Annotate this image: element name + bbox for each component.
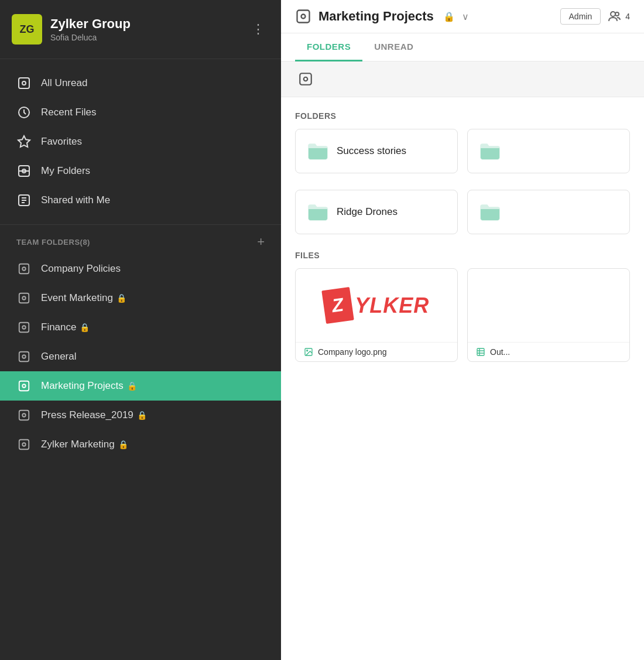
sidebar-item-recent-files[interactable]: Recent Files <box>0 98 281 127</box>
lock-icon: 🔒 <box>80 323 90 332</box>
zylker-marketing-label: Zylker Marketing <box>41 439 115 450</box>
file-preview-2 <box>468 269 629 342</box>
svg-point-13 <box>22 326 26 329</box>
folder-icon <box>16 349 32 364</box>
page-title: Marketing Projects <box>318 9 434 24</box>
content-area: FOLDERS Success stories <box>281 97 644 660</box>
svg-rect-30 <box>477 348 484 355</box>
sidebar-item-shared-with-me[interactable]: Shared with Me <box>0 186 281 215</box>
svg-rect-26 <box>300 73 311 85</box>
add-team-folder-button[interactable]: + <box>257 235 265 248</box>
org-user: Sofia Deluca <box>50 33 247 42</box>
z-box: Z <box>321 287 354 324</box>
all-unread-icon <box>16 76 32 91</box>
svg-point-29 <box>307 350 308 351</box>
files-grid: Z YLKER Company logo.png <box>295 268 630 362</box>
admin-button[interactable]: Admin <box>560 8 601 25</box>
spreadsheet-icon <box>476 347 485 357</box>
event-marketing-label: Event Marketing <box>41 292 113 304</box>
folder-icon-active <box>16 378 32 394</box>
svg-point-17 <box>22 384 26 388</box>
folder-success-stories[interactable]: Success stories <box>295 129 458 173</box>
sidebar-item-company-policies[interactable]: Company Policies <box>0 254 281 283</box>
sidebar-item-event-marketing[interactable]: Event Marketing 🔒 <box>0 283 281 313</box>
svg-point-19 <box>22 413 26 417</box>
file-caption-2: Out... <box>468 342 629 361</box>
finance-label: Finance <box>41 322 76 333</box>
svg-rect-14 <box>19 352 29 362</box>
svg-point-27 <box>304 77 308 81</box>
team-folders-header: TEAM FOLDERS(8) + <box>0 225 281 254</box>
svg-point-1 <box>22 81 26 85</box>
folder-4[interactable] <box>467 190 630 234</box>
folder-2[interactable] <box>467 129 630 173</box>
svg-point-11 <box>22 296 26 300</box>
tab-unread[interactable]: UNREAD <box>362 33 425 61</box>
svg-rect-16 <box>19 381 29 391</box>
general-label: General <box>41 351 76 363</box>
svg-rect-8 <box>19 264 29 274</box>
toolbar-folder-icon[interactable] <box>295 69 316 90</box>
file-preview: Z YLKER <box>296 269 457 342</box>
lock-icon: 🔒 <box>117 293 126 303</box>
sidebar-header: ZG Zylker Group Sofia Deluca ⋮ <box>0 0 281 59</box>
tab-folders[interactable]: FOLDERS <box>295 33 362 61</box>
main-content: Marketing Projects 🔒 ∨ Admin 4 FOLDERS U… <box>281 0 644 660</box>
svg-marker-3 <box>18 136 30 147</box>
shared-icon <box>16 193 32 208</box>
sidebar: ZG Zylker Group Sofia Deluca ⋮ All Unrea… <box>0 0 281 660</box>
org-name: Zylker Group <box>50 16 247 32</box>
tabs: FOLDERS UNREAD <box>281 33 644 61</box>
ridge-drones-label: Ridge Drones <box>337 206 398 218</box>
folder-icon <box>16 320 32 335</box>
image-file-icon <box>304 347 313 357</box>
folder-icon <box>16 408 32 423</box>
toolbar <box>281 61 644 97</box>
nav-section: All Unread Recent Files Favorites <box>0 59 281 225</box>
sidebar-item-general[interactable]: General <box>0 342 281 371</box>
file-caption: Company logo.png <box>296 342 457 361</box>
sidebar-item-all-unread[interactable]: All Unread <box>0 69 281 98</box>
folder-icon <box>16 261 32 276</box>
folder-name: Success stories <box>337 145 406 157</box>
folder-icon <box>479 203 501 221</box>
folder-icon <box>16 437 32 452</box>
org-info: Zylker Group Sofia Deluca <box>50 16 247 42</box>
svg-point-9 <box>22 267 26 271</box>
members-badge: 4 <box>608 9 630 23</box>
favorites-icon <box>16 134 32 149</box>
file-name-2: Out... <box>490 347 510 357</box>
sidebar-item-my-folders[interactable]: My Folders <box>0 156 281 186</box>
team-folders-list: Company Policies Event Marketing 🔒 Finan… <box>0 254 281 459</box>
svg-rect-18 <box>19 411 29 420</box>
sidebar-item-press-release[interactable]: Press Release_2019 🔒 <box>0 401 281 430</box>
company-policies-label: Company Policies <box>41 263 121 275</box>
svg-point-21 <box>22 443 26 446</box>
more-options-button[interactable]: ⋮ <box>247 19 269 39</box>
sidebar-item-favorites[interactable]: Favorites <box>0 127 281 156</box>
all-unread-label: All Unread <box>41 77 87 89</box>
lock-icon: 🔒 <box>137 411 147 420</box>
header-lock-icon: 🔒 <box>443 11 455 22</box>
svg-rect-10 <box>19 293 29 303</box>
sidebar-item-zylker-marketing[interactable]: Zylker Marketing 🔒 <box>0 430 281 459</box>
file-company-logo[interactable]: Z YLKER Company logo.png <box>295 268 458 362</box>
folder-icon <box>16 290 32 306</box>
my-folders-label: My Folders <box>41 165 90 177</box>
svg-point-25 <box>615 12 619 16</box>
team-folders-label: TEAM FOLDERS(8) <box>16 238 90 247</box>
sidebar-item-finance[interactable]: Finance 🔒 <box>0 313 281 342</box>
members-count: 4 <box>625 12 630 21</box>
files-section-label: FILES <box>295 251 630 260</box>
zylker-logo: Z YLKER <box>324 289 430 322</box>
sidebar-item-marketing-projects[interactable]: Marketing Projects 🔒 <box>0 371 281 401</box>
folder-icon <box>307 142 328 160</box>
chevron-down-icon[interactable]: ∨ <box>462 11 469 22</box>
main-header: Marketing Projects 🔒 ∨ Admin 4 <box>281 0 644 33</box>
folder-ridge-drones[interactable]: Ridge Drones <box>295 190 458 234</box>
main-title-icon <box>295 8 311 25</box>
recent-files-label: Recent Files <box>41 107 96 118</box>
svg-point-24 <box>611 12 615 16</box>
file-2[interactable]: Out... <box>467 268 630 362</box>
my-folders-icon <box>16 163 32 179</box>
